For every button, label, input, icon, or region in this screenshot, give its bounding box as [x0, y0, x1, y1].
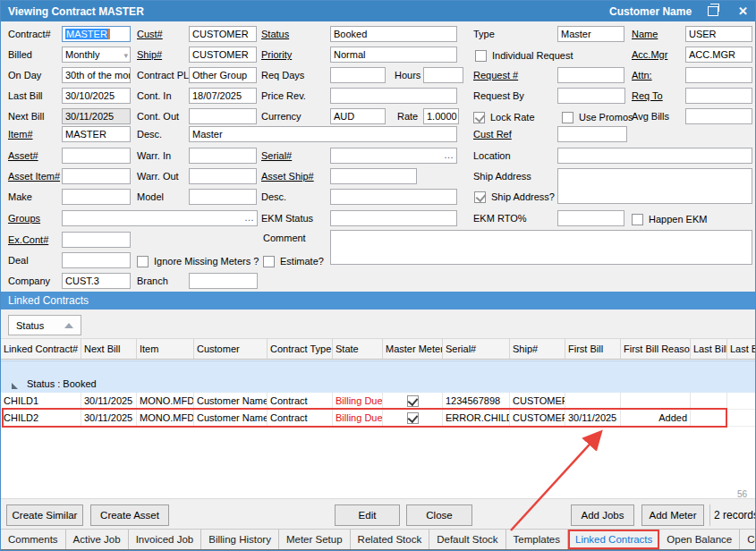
- ekm-rto-field[interactable]: [557, 210, 624, 226]
- tab-comments[interactable]: Comments: [1, 530, 66, 549]
- item-desc-field[interactable]: Master: [189, 126, 457, 142]
- add-meter-button[interactable]: Add Meter: [641, 504, 704, 526]
- estimate-checkbox[interactable]: Estimate?: [263, 254, 324, 268]
- name-field[interactable]: USER: [685, 26, 752, 42]
- add-jobs-button[interactable]: Add Jobs: [571, 504, 634, 526]
- comment-box[interactable]: [330, 230, 752, 265]
- contract-number-field[interactable]: MASTER: [62, 26, 131, 42]
- col-first-bill-reason[interactable]: First Bill Reason: [621, 339, 691, 359]
- chevron-down-icon[interactable]: ▾: [123, 48, 128, 63]
- create-similar-button[interactable]: Create Similar: [6, 504, 83, 526]
- cust-ref-field[interactable]: [557, 126, 627, 142]
- make-field[interactable]: [62, 189, 131, 205]
- status-field[interactable]: Booked: [330, 26, 457, 42]
- cont-out-field[interactable]: [189, 108, 257, 124]
- individual-request-checkbox[interactable]: Individual Request: [475, 48, 573, 63]
- billed-dropdown[interactable]: Monthly▾: [62, 47, 131, 63]
- acc-mgr-field[interactable]: ACC.MGR: [685, 47, 752, 63]
- col-first-bill[interactable]: First Bill: [565, 339, 621, 359]
- happen-ekm-checkbox[interactable]: Happen EKM: [632, 212, 707, 226]
- price-rev-field[interactable]: [330, 88, 457, 104]
- col-last-bill-reason[interactable]: Last Bill Reason: [727, 339, 756, 359]
- col-next-bill[interactable]: Next Bill: [81, 339, 137, 359]
- branch-label: Branch: [137, 273, 168, 289]
- tab-billing-history[interactable]: Billing History: [201, 530, 279, 549]
- close-button[interactable]: Close: [406, 504, 472, 526]
- asset-number-field[interactable]: [62, 148, 131, 164]
- hours-field[interactable]: [423, 67, 463, 83]
- req-to-field[interactable]: [685, 88, 752, 104]
- asset-desc-field[interactable]: [330, 189, 457, 205]
- tab-invoiced-job[interactable]: Invoiced Job: [129, 530, 202, 549]
- cont-in-field[interactable]: 18/07/2025: [189, 88, 257, 104]
- group-row-status-booked[interactable]: Status : Booked: [1, 360, 755, 393]
- col-linked-contract[interactable]: Linked Contract#: [1, 339, 81, 359]
- item-number-field[interactable]: MASTER: [62, 126, 131, 142]
- groups-field[interactable]: …: [62, 210, 258, 226]
- contract-pl-field[interactable]: Other Group: [189, 67, 257, 83]
- ekm-status-field[interactable]: [330, 210, 457, 226]
- currency-field[interactable]: AUD: [330, 108, 386, 124]
- request-number-field[interactable]: [557, 67, 624, 83]
- asset-item-number-field[interactable]: [62, 168, 131, 184]
- cust-number-field[interactable]: CUSTOMER: [189, 26, 257, 42]
- lock-rate-checkbox[interactable]: Lock Rate: [473, 110, 535, 124]
- table-row-child1[interactable]: CHILD1 30/11/2025 MONO.MFD Customer Name…: [1, 393, 756, 410]
- col-master-meter[interactable]: Master Meter: [383, 339, 443, 359]
- tab-meter-setup[interactable]: Meter Setup: [279, 530, 351, 549]
- type-label: Type: [473, 26, 495, 42]
- ship-address-checkbox[interactable]: Ship Address?: [474, 190, 555, 204]
- col-last-bill[interactable]: Last Bill: [691, 339, 727, 359]
- company-field[interactable]: CUST.3: [62, 273, 131, 289]
- ignore-missing-meters-checkbox[interactable]: Ignore Missing Meters ?: [137, 254, 259, 268]
- model-field[interactable]: [189, 189, 257, 205]
- tab-open-balance[interactable]: Open Balance: [659, 530, 740, 549]
- on-day-field[interactable]: 30th of the month: [62, 67, 131, 83]
- tab-linked-contracts[interactable]: Linked Contracts: [568, 530, 659, 549]
- rate-field[interactable]: 1.0000: [423, 108, 459, 124]
- avg-bills-field[interactable]: [685, 108, 752, 124]
- serial-number-field[interactable]: …: [330, 148, 457, 164]
- col-serial[interactable]: Serial#: [443, 339, 510, 359]
- priority-field[interactable]: Normal: [330, 47, 457, 63]
- cell-next-bill: 30/11/2025: [81, 393, 137, 409]
- col-state[interactable]: State: [333, 339, 383, 359]
- use-promos-checkbox[interactable]: Use Promos: [562, 110, 633, 124]
- asset-ship-number-field[interactable]: [330, 168, 417, 184]
- next-bill-field[interactable]: 30/11/2025: [62, 108, 131, 124]
- edit-button[interactable]: Edit: [335, 504, 400, 526]
- ellipsis-button[interactable]: …: [444, 148, 454, 161]
- create-asset-button[interactable]: Create Asset: [90, 504, 169, 526]
- col-item[interactable]: Item: [137, 339, 194, 359]
- close-icon[interactable]: ✕: [738, 5, 748, 17]
- ship-number-field[interactable]: CUSTOMER: [189, 47, 257, 63]
- location-field[interactable]: [557, 148, 752, 164]
- col-ship[interactable]: Ship#: [510, 339, 565, 359]
- request-number-label: Request #: [473, 67, 518, 83]
- tab-contract-variations[interactable]: Contract Variations: [740, 530, 756, 549]
- last-bill-field[interactable]: 30/10/2025: [62, 88, 131, 104]
- table-row-child2[interactable]: CHILD2 30/11/2025 MONO.MFD Customer Name…: [1, 410, 756, 427]
- tab-active-job[interactable]: Active Job: [66, 530, 129, 549]
- attn-field[interactable]: [685, 67, 752, 83]
- master-meter-checked-icon[interactable]: [407, 395, 419, 407]
- cell-first-bill: [565, 393, 621, 409]
- col-customer[interactable]: Customer: [194, 339, 268, 359]
- ellipsis-button[interactable]: …: [244, 211, 255, 224]
- tab-related-stock[interactable]: Related Stock: [351, 530, 430, 549]
- master-meter-checked-icon[interactable]: [407, 412, 419, 424]
- restore-icon[interactable]: [708, 6, 718, 16]
- ship-address-box[interactable]: [557, 168, 752, 204]
- type-field[interactable]: Master: [557, 26, 624, 42]
- warr-out-field[interactable]: [189, 168, 257, 184]
- tab-default-stock[interactable]: Default Stock: [429, 530, 505, 549]
- deal-field[interactable]: [62, 252, 131, 268]
- tab-templates[interactable]: Templates: [506, 530, 568, 549]
- request-by-field[interactable]: [557, 88, 625, 104]
- group-by-status-button[interactable]: Status: [8, 315, 81, 335]
- warr-in-field[interactable]: [189, 148, 257, 164]
- ex-cont-number-field[interactable]: [62, 232, 131, 248]
- col-contract-type[interactable]: Contract Type: [268, 339, 333, 359]
- req-days-field[interactable]: [330, 67, 386, 83]
- branch-field[interactable]: [189, 273, 258, 289]
